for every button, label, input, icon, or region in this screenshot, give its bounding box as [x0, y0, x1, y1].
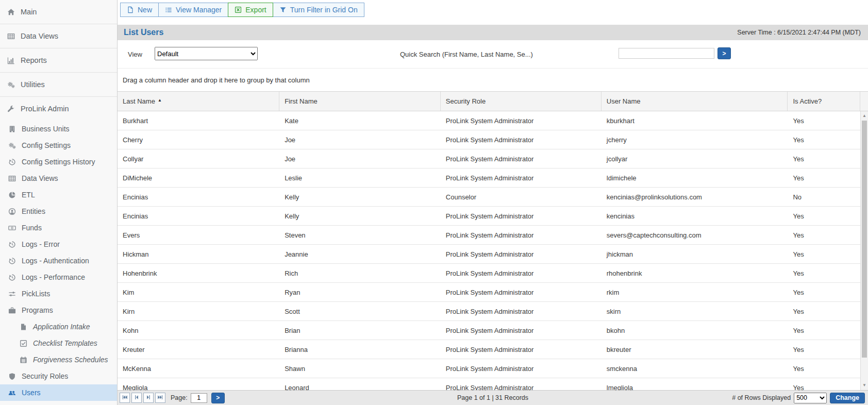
cell-user-name: smckenna	[602, 365, 788, 373]
rows-displayed-select[interactable]: 500	[794, 393, 827, 403]
table-row[interactable]: KimRyanProLink System AdministratorrkimY…	[118, 283, 860, 302]
sidebar-item-main[interactable]: Main	[0, 0, 117, 24]
toolbar-button-label: View Manager	[176, 6, 222, 14]
cell-first-name: Steven	[279, 231, 441, 239]
sidebar-item-label: Logs - Error	[22, 240, 60, 248]
sidebar-item-users[interactable]: Users	[0, 384, 117, 401]
sidebar-item-picklists[interactable]: PickLists	[0, 285, 117, 302]
sidebar-item-logs-authentication[interactable]: Logs - Authentication	[0, 252, 117, 269]
column-header-is-active[interactable]: Is Active?	[788, 92, 860, 111]
last-page-icon	[157, 394, 163, 402]
history-icon	[8, 158, 17, 166]
table-row[interactable]: DiMicheleLeslieProLink System Administra…	[118, 168, 860, 188]
cell-first-name: Kate	[279, 117, 441, 125]
sidebar-item-application-intake[interactable]: Application Intake	[0, 318, 117, 335]
vertical-scrollbar[interactable]: ▲ ▼	[860, 111, 868, 390]
table-row[interactable]: HickmanJeannieProLink System Administrat…	[118, 245, 860, 264]
first-page-button[interactable]	[120, 393, 130, 403]
sidebar-item-etl[interactable]: ETL	[0, 187, 117, 203]
quick-search-go-button[interactable]: >	[717, 47, 731, 59]
cell-first-name: Ryan	[279, 289, 441, 296]
cell-security-role: ProLink System Administrator	[441, 174, 602, 182]
page-go-button[interactable]: >	[211, 393, 225, 403]
excel-icon	[235, 6, 242, 13]
table-row[interactable]: MegliolaLeonardProLink System Administra…	[118, 378, 860, 390]
sidebar-item-business-units[interactable]: Business Units	[0, 121, 117, 137]
table-row[interactable]: KreuterBriannaProLink System Administrat…	[118, 340, 860, 359]
next-page-button[interactable]	[143, 393, 154, 403]
change-button[interactable]: Change	[830, 393, 865, 403]
sidebar-item-label: Main	[21, 8, 37, 16]
table-row[interactable]: EversStevenProLink System Administrators…	[118, 226, 860, 245]
sidebar-item-reports[interactable]: Reports	[0, 48, 117, 73]
sidebar-item-config-settings[interactable]: Config Settings	[0, 137, 117, 154]
rows-displayed-label: # of Rows Displayed	[732, 394, 791, 401]
group-by-drop-zone[interactable]: Drag a column header and drop it here to…	[118, 68, 868, 91]
sidebar-item-data-views[interactable]: Data Views	[0, 170, 117, 187]
toolbar: NewView ManagerExportTurn Filter in Grid…	[118, 0, 868, 25]
sidebar-item-entities[interactable]: Entities	[0, 203, 117, 220]
cell-last-name: McKenna	[118, 365, 279, 373]
cell-is-active: Yes	[788, 155, 860, 163]
table-row[interactable]: BurkhartKateProLink System Administrator…	[118, 111, 860, 130]
table-row[interactable]: HohenbrinkRichProLink System Administrat…	[118, 264, 860, 283]
cell-first-name: Joe	[279, 136, 441, 144]
list-icon	[165, 6, 172, 13]
page-number-input[interactable]	[191, 393, 207, 403]
scrollbar-thumb[interactable]	[862, 121, 867, 358]
view-select[interactable]: Default	[155, 47, 258, 60]
briefcase-icon	[8, 307, 17, 314]
view-manager-button[interactable]: View Manager	[158, 3, 228, 17]
sidebar-item-label: Forgiveness Schedules	[33, 356, 108, 364]
turn-filter-in-grid-on-button[interactable]: Turn Filter in Grid On	[273, 3, 364, 17]
table-row[interactable]: EnciniasKellyCounselorkencinias@prolinks…	[118, 188, 860, 207]
sidebar-item-checklist-templates[interactable]: Checklist Templates	[0, 335, 117, 351]
cell-first-name: Brian	[279, 327, 441, 334]
scroll-up-icon[interactable]: ▲	[861, 112, 868, 120]
table-row[interactable]: CherryJoeProLink System Administratorjch…	[118, 130, 860, 149]
new-button[interactable]: New	[120, 3, 159, 17]
table-row[interactable]: KirnScottProLink System Administratorski…	[118, 302, 860, 321]
cell-is-active: No	[788, 193, 860, 201]
cell-user-name: jhickman	[602, 250, 788, 258]
sidebar-item-label: Data Views	[22, 174, 58, 182]
cell-last-name: DiMichele	[118, 174, 279, 182]
table-row[interactable]: CollyarJoeProLink System Administratorjc…	[118, 149, 860, 168]
export-button[interactable]: Export	[228, 3, 273, 17]
toolbar-button-label: Turn Filter in Grid On	[290, 6, 358, 14]
prev-page-button[interactable]	[131, 393, 142, 403]
cell-security-role: ProLink System Administrator	[441, 346, 602, 353]
cell-is-active: Yes	[788, 136, 860, 144]
table-row[interactable]: KohnBrianProLink System Administratorbko…	[118, 321, 860, 340]
cell-first-name: Joe	[279, 155, 441, 163]
sidebar-item-logs-error[interactable]: Logs - Error	[0, 236, 117, 252]
column-header-security-role[interactable]: Security Role	[441, 92, 602, 111]
cell-first-name: Kelly	[279, 212, 441, 220]
sidebar-item-utilities[interactable]: Utilities	[0, 73, 117, 97]
user-circle-icon	[8, 208, 17, 215]
cell-is-active: Yes	[788, 365, 860, 373]
sidebar-item-prolink-admin[interactable]: ProLink Admin	[0, 97, 117, 121]
bar-chart-icon	[7, 57, 16, 64]
sidebar-item-config-settings-history[interactable]: Config Settings History	[0, 154, 117, 170]
table-row[interactable]: EnciniasKellyProLink System Administrato…	[118, 207, 860, 226]
table-row[interactable]: McKennaShawnProLink System Administrator…	[118, 359, 860, 378]
sidebar-item-funds[interactable]: Funds	[0, 220, 117, 236]
column-header-user-name[interactable]: User Name	[602, 92, 788, 111]
cell-user-name: kencinias	[602, 212, 788, 220]
column-header-last-name[interactable]: Last Name▲	[118, 92, 279, 111]
scroll-down-icon[interactable]: ▼	[861, 382, 868, 389]
cell-security-role: ProLink System Administrator	[441, 308, 602, 315]
sidebar-item-programs[interactable]: Programs	[0, 302, 117, 318]
history-icon	[8, 274, 17, 281]
column-header-first-name[interactable]: First Name	[279, 92, 441, 111]
cell-first-name: Scott	[279, 308, 441, 315]
last-page-button[interactable]	[155, 393, 165, 403]
sidebar-item-data-views[interactable]: Data Views	[0, 24, 117, 48]
sidebar-item-logs-performance[interactable]: Logs - Performance	[0, 269, 117, 285]
cell-user-name: jcollyar	[602, 155, 788, 163]
sidebar-item-forgiveness-schedules[interactable]: Forgiveness Schedules	[0, 351, 117, 368]
prev-page-icon	[133, 394, 140, 402]
sidebar-item-security-roles[interactable]: Security Roles	[0, 368, 117, 384]
quick-search-input[interactable]	[619, 48, 714, 59]
